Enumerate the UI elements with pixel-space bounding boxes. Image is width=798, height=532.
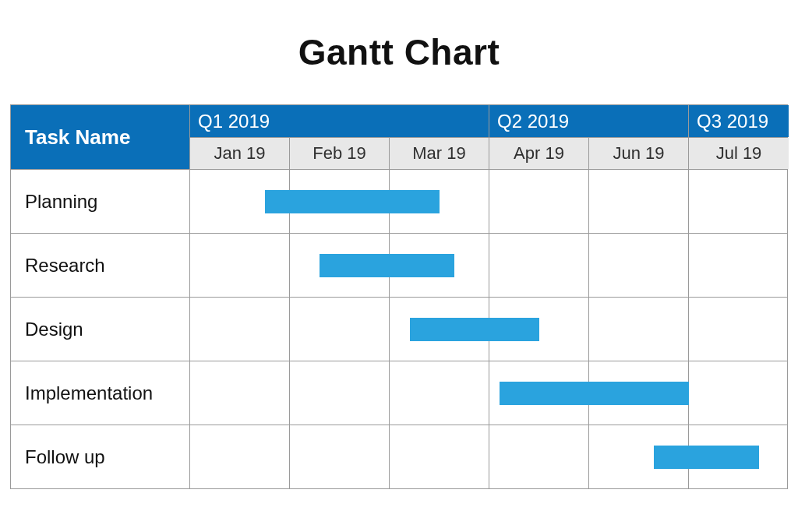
- timeline-cell: [689, 298, 789, 361]
- gantt-row: Design: [11, 297, 787, 361]
- timeline-grid: [190, 361, 789, 425]
- gantt-body: PlanningResearchDesignImplementationFoll…: [11, 169, 787, 488]
- timeline-cell: [190, 425, 290, 488]
- month-cell: Apr 19: [489, 138, 589, 169]
- gantt-row: Planning: [11, 169, 787, 233]
- task-timeline: [190, 361, 789, 425]
- gantt-bar: [265, 190, 440, 213]
- quarter-cell-q1: Q1 2019: [190, 105, 489, 137]
- gantt-bar: [500, 382, 689, 405]
- timeline-cell: [689, 170, 789, 233]
- timeline-cell: [489, 170, 589, 233]
- timeline-cell: [489, 425, 589, 488]
- task-label: Research: [11, 234, 190, 297]
- gantt-row: Research: [11, 233, 787, 297]
- chart-title: Gantt Chart: [8, 31, 790, 73]
- timeline-cell: [290, 298, 390, 361]
- quarter-cell-q2: Q2 2019: [489, 105, 689, 137]
- quarter-cell-q3: Q3 2019: [689, 105, 789, 137]
- month-cell: Jul 19: [689, 138, 789, 169]
- timeline-cell: [190, 234, 290, 297]
- task-label: Implementation: [11, 361, 190, 425]
- timeline-cell: [390, 425, 489, 488]
- task-timeline: [190, 234, 789, 297]
- task-timeline: [190, 170, 789, 233]
- task-timeline: [190, 425, 789, 488]
- gantt-row: Implementation: [11, 361, 787, 425]
- timeline-grid: [190, 234, 789, 297]
- timeline-cell: [290, 425, 390, 488]
- timeline-cell: [589, 234, 689, 297]
- task-label: Follow up: [11, 425, 190, 488]
- task-label: Planning: [11, 170, 190, 233]
- gantt-chart: Task Name Q1 2019 Q2 2019 Q3 2019 Jan 19…: [10, 104, 788, 489]
- month-cell: Mar 19: [390, 138, 489, 169]
- gantt-bar: [410, 318, 539, 341]
- gantt-bar: [320, 254, 454, 277]
- task-label: Design: [11, 298, 190, 361]
- month-cell: Jan 19: [190, 138, 290, 169]
- gantt-header: Task Name Q1 2019 Q2 2019 Q3 2019 Jan 19…: [11, 105, 787, 169]
- timeline-cell: [689, 361, 789, 425]
- timeline-cell: [190, 298, 290, 361]
- timeline-cell: [290, 361, 390, 425]
- task-timeline: [190, 298, 789, 361]
- timeline-cell: [689, 234, 789, 297]
- timeline-cell: [489, 234, 589, 297]
- timeline-cell: [190, 361, 290, 425]
- timeline-cell: [589, 298, 689, 361]
- gantt-bar: [654, 446, 758, 469]
- gantt-row: Follow up: [11, 425, 787, 488]
- month-cell: Feb 19: [290, 138, 390, 169]
- task-name-header: Task Name: [11, 105, 190, 169]
- month-cell: Jun 19: [589, 138, 689, 169]
- timeline-cell: [589, 170, 689, 233]
- timeline-cell: [390, 361, 489, 425]
